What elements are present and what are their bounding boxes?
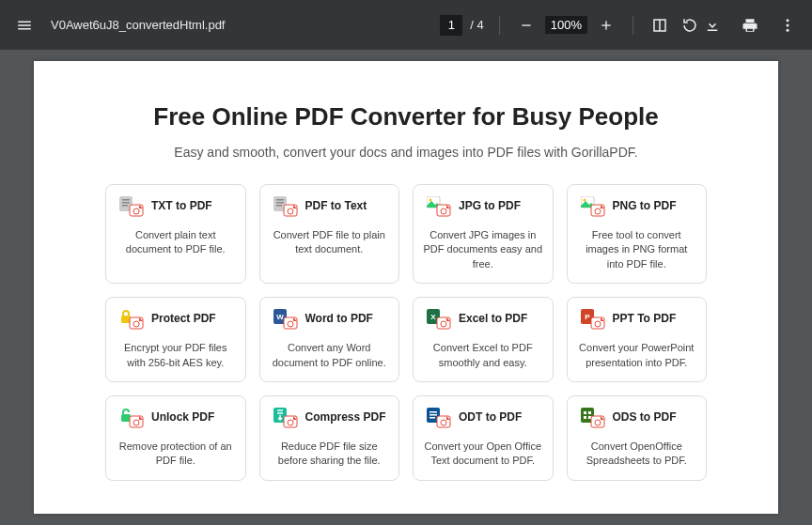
svg-rect-57 [588, 411, 591, 414]
converter-card[interactable]: PPPT To PDFConvert your PowerPoint prese… [567, 297, 708, 382]
excel-icon: X [427, 309, 449, 328]
card-description: Convert Excel to PDF smoothly and easy. [423, 341, 543, 370]
page-number-input[interactable] [440, 15, 462, 36]
converter-card[interactable]: PDF to TextConvert PDF file to plain tex… [259, 184, 400, 284]
converter-card[interactable]: Unlock PDFRemove protection of an PDF fi… [105, 395, 246, 481]
converter-card[interactable]: TXT to PDFConvert plain text document to… [105, 184, 246, 284]
card-description: Convert any Word document to PDF online. [270, 341, 390, 370]
unlock-icon [119, 408, 142, 426]
card-description: Convert JPG images in PDF documents easy… [423, 228, 543, 271]
fit-page-icon[interactable] [648, 14, 671, 37]
card-description: Reduce PDF file size before sharing the … [270, 440, 390, 469]
txt-icon [119, 196, 142, 215]
converter-card[interactable]: WWord to PDFConvert any Word document to… [259, 297, 400, 382]
card-title: JPG to PDF [459, 199, 521, 212]
card-title: Compress PDF [305, 410, 386, 424]
card-title: Protect PDF [151, 312, 216, 325]
menu-icon[interactable] [13, 14, 36, 37]
page-title: Free Online PDF Converter for Busy Peopl… [62, 102, 750, 131]
svg-rect-11 [122, 205, 128, 207]
card-description: Convert your Open Office Text document t… [423, 440, 543, 469]
converter-grid: TXT to PDFConvert plain text document to… [105, 184, 707, 481]
converter-card[interactable]: Compress PDFReduce PDF file size before … [259, 395, 400, 481]
pdf-page: Free Online PDF Converter for Busy Peopl… [34, 61, 778, 514]
card-title: TXT to PDF [151, 199, 212, 212]
img-icon [581, 196, 603, 215]
ppt-icon: P [581, 309, 603, 328]
word-icon: W [273, 309, 296, 328]
svg-point-7 [787, 28, 789, 31]
svg-rect-56 [584, 411, 586, 414]
divider [499, 16, 500, 35]
print-icon[interactable] [739, 14, 761, 37]
page-viewport[interactable]: Free Online PDF Converter for Busy Peopl… [0, 50, 812, 525]
converter-card[interactable]: ODT to PDFConvert your Open Office Text … [413, 395, 554, 481]
converter-card[interactable]: XExcel to PDFConvert Excel to PDF smooth… [413, 297, 554, 382]
more-icon[interactable] [776, 14, 799, 37]
card-title: ODT to PDF [459, 410, 522, 424]
pdf-viewer-toolbar: V0Awet6uJ8_convertedHtml.pdf / 4 100% [0, 0, 812, 50]
svg-rect-2 [605, 21, 606, 29]
svg-rect-10 [122, 202, 130, 204]
svg-rect-51 [429, 414, 437, 416]
page-subtitle: Easy and smooth, convert your docs and i… [62, 145, 750, 160]
card-title: ODS to PDF [613, 410, 677, 424]
svg-rect-9 [122, 199, 130, 201]
txt-icon [273, 196, 296, 215]
divider [632, 16, 633, 35]
converter-card[interactable]: Protect PDFEncrypt your PDF files with 2… [105, 297, 246, 382]
svg-rect-52 [429, 417, 435, 419]
svg-rect-58 [584, 416, 586, 419]
svg-rect-50 [429, 411, 437, 413]
zoom-level-label[interactable]: 100% [545, 16, 587, 34]
card-title: Unlock PDF [151, 410, 214, 424]
compress-icon [273, 408, 296, 426]
card-description: Encrypt your PDF files with 256-bit AES … [116, 341, 236, 370]
converter-card[interactable]: PNG to PDFFree tool to convert images in… [567, 184, 708, 284]
svg-rect-15 [276, 199, 284, 201]
img-icon [427, 196, 449, 215]
card-description: Free tool to convert images in PNG forma… [577, 228, 697, 271]
card-description: Convert plain text document to PDF file. [116, 228, 236, 257]
card-description: Convert your PowerPoint presentation int… [577, 341, 697, 370]
card-description: Remove protection of an PDF file. [116, 440, 236, 469]
card-title: Word to PDF [305, 312, 373, 325]
card-title: PDF to Text [305, 199, 367, 212]
svg-rect-0 [522, 24, 530, 25]
page-total-label: / 4 [470, 18, 483, 32]
svg-point-5 [787, 19, 789, 22]
card-description: Convert OpenOffice Spreadsheets to PDF. [577, 440, 697, 469]
ods-icon [581, 408, 603, 426]
svg-text:P: P [585, 313, 590, 321]
svg-text:X: X [430, 313, 436, 321]
filename-label: V0Awet6uJ8_convertedHtml.pdf [51, 18, 225, 32]
svg-text:W: W [276, 313, 284, 321]
card-title: Excel to PDF [459, 312, 527, 325]
zoom-out-icon[interactable] [515, 14, 538, 37]
odt-icon [427, 408, 449, 426]
svg-rect-17 [276, 205, 282, 207]
download-icon[interactable] [701, 14, 724, 37]
lock-icon [119, 309, 142, 328]
svg-rect-16 [276, 202, 284, 204]
converter-card[interactable]: JPG to PDFConvert JPG images in PDF docu… [413, 184, 554, 284]
zoom-in-icon[interactable] [595, 14, 617, 37]
card-title: PPT To PDF [613, 312, 677, 325]
card-description: Convert PDF file to plain text document. [270, 228, 390, 257]
svg-point-6 [787, 23, 789, 26]
converter-card[interactable]: ODS to PDFConvert OpenOffice Spreadsheet… [567, 395, 708, 481]
card-title: PNG to PDF [613, 199, 677, 212]
rotate-icon[interactable] [679, 14, 701, 37]
